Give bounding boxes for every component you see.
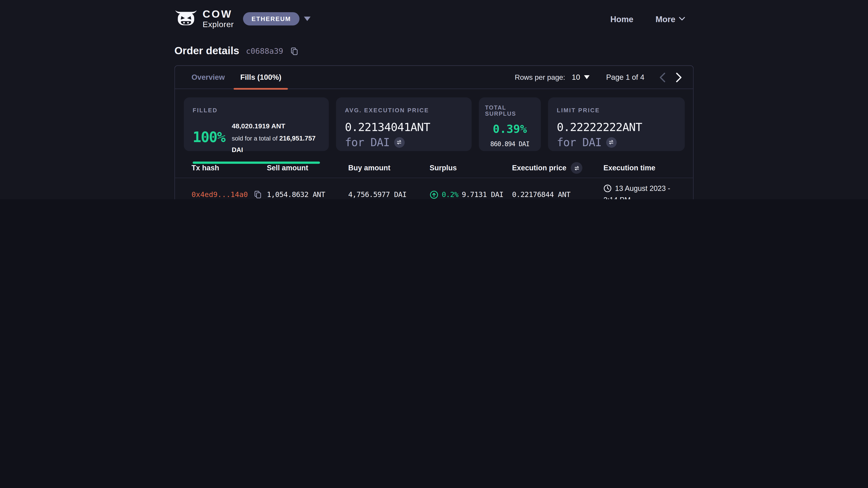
nav-item-more[interactable]: More: [655, 14, 685, 24]
surplus-amount: 9.7131 DAI: [462, 191, 503, 199]
summary-cards: FILLED 100% 48,020.1919 ANT sold for a t…: [184, 97, 685, 151]
execution-time-text: 13 August 2023 - 2:14 PM: [603, 184, 670, 199]
filled-info: 48,020.1919 ANT sold for a total of 216,…: [232, 120, 320, 156]
chevron-right-icon: [676, 72, 682, 82]
page-title-row: Order details c0688a39: [174, 45, 868, 57]
chevron-down-icon: [584, 75, 590, 79]
page-indicator: Page 1 of 4: [606, 73, 644, 81]
chevron-down-icon: [679, 17, 685, 21]
surplus-percent: 0.2%: [442, 191, 458, 199]
tab-fills[interactable]: Fills (100%): [232, 66, 289, 89]
tab-bar: Overview Fills (100%) Rows per page: 10 …: [175, 66, 693, 89]
logo-text: COW Explorer: [203, 9, 234, 29]
header-execution-price: Execution price: [512, 162, 603, 174]
table-controls: Rows per page: 10 Page 1 of 4: [515, 70, 685, 84]
clock-icon: [603, 184, 612, 193]
nav-more-label: More: [655, 14, 675, 24]
chevron-down-icon: [304, 17, 310, 21]
sell-amount-cell: 1,054.8632 ANT: [267, 191, 348, 199]
avg-price-label: AVG. EXECUTION PRICE: [345, 107, 429, 113]
swap-icon: [396, 139, 403, 145]
pagination-arrows: [655, 70, 685, 84]
copy-icon: [290, 47, 298, 55]
toggle-price-direction-button[interactable]: [571, 162, 582, 174]
filled-sold-line: sold for a total of 216,951.757 DAI: [232, 135, 315, 153]
filled-amount: 48,020.1919 ANT: [232, 122, 285, 130]
buy-amount-cell: 4,756.5977 DAI: [348, 191, 430, 199]
logo-line2: Explorer: [203, 21, 234, 29]
filled-sold-prefix: sold for a total of: [232, 135, 279, 141]
surplus-cell: 0.2% 9.7131 DAI: [430, 190, 512, 199]
total-surplus-amount: 860.894 DAI: [485, 140, 535, 148]
nav-item-home[interactable]: Home: [610, 14, 633, 24]
execution-price-cell: 0.22176844 ANT: [512, 191, 603, 199]
network-badge[interactable]: ETHEREUM: [243, 12, 299, 26]
fills-table-header: Tx hash Sell amount Buy amount Surplus E…: [175, 158, 693, 178]
surplus-up-icon: [430, 190, 438, 199]
header-buy-amount: Buy amount: [348, 164, 430, 172]
main-nav: Home More: [610, 14, 685, 24]
order-id: c0688a39: [246, 46, 283, 55]
copy-order-id-button[interactable]: [290, 47, 298, 55]
nav-home-label: Home: [610, 14, 633, 24]
chevron-left-icon: [659, 72, 665, 82]
tab-fills-label: Fills (100%): [240, 73, 281, 81]
cow-explorer-page: COW Explorer ETHEREUM Home More Order de…: [0, 0, 868, 199]
copy-icon: [253, 191, 262, 199]
avg-price-unit: for DAI: [345, 135, 390, 149]
total-surplus-card: TOTAL SURPLUS 0.39% 860.894 DAI: [479, 97, 541, 151]
rows-per-page-select[interactable]: 10: [572, 73, 590, 81]
logo-line1: COW: [203, 9, 234, 20]
tx-hash-cell: 0x4ed9...14a0: [191, 191, 267, 199]
avg-execution-price-card: AVG. EXECUTION PRICE 0.22134041ANT for D…: [336, 97, 472, 151]
rows-per-page-label: Rows per page:: [515, 73, 565, 81]
filled-label: FILLED: [193, 107, 218, 113]
top-bar: COW Explorer ETHEREUM Home More: [0, 0, 868, 38]
execution-time-cell: 13 August 2023 - 2:14 PM: [603, 183, 673, 199]
fills-table-body: 0x4ed9...14a0 1,054.8632 ANT 4,756.5977 …: [175, 178, 693, 199]
rows-per-page-value: 10: [572, 73, 580, 81]
cow-explorer-logo[interactable]: COW Explorer: [174, 9, 234, 29]
fills-table-row: 0x4ed9...14a0 1,054.8632 ANT 4,756.5977 …: [175, 178, 693, 199]
header-execution-time: Execution time: [603, 164, 673, 172]
tx-hash-link[interactable]: 0x4ed9...14a0: [191, 191, 248, 199]
header-execution-price-label: Execution price: [512, 164, 566, 172]
invert-price-button[interactable]: [394, 137, 405, 148]
tab-overview[interactable]: Overview: [184, 66, 232, 89]
swap-icon: [608, 139, 614, 145]
total-surplus-label: TOTAL SURPLUS: [485, 105, 535, 117]
filled-progress-bar: [193, 162, 320, 164]
limit-price-value: 0.22222222ANT: [557, 121, 676, 134]
cow-logo-icon: [174, 10, 197, 28]
limit-price-unit: for DAI: [557, 135, 601, 149]
network-selector[interactable]: ETHEREUM: [243, 12, 310, 26]
header-tx-hash: Tx hash: [191, 164, 267, 172]
previous-page-button[interactable]: [655, 70, 669, 84]
avg-price-value: 0.22134041ANT: [345, 121, 463, 134]
next-page-button[interactable]: [672, 70, 685, 84]
invert-price-button[interactable]: [606, 137, 617, 148]
order-content-panel: Overview Fills (100%) Rows per page: 10 …: [174, 65, 693, 199]
page-title: Order details: [174, 45, 239, 57]
limit-price-label: LIMIT PRICE: [557, 107, 600, 113]
limit-price-card: LIMIT PRICE 0.22222222ANT for DAI: [548, 97, 685, 151]
header-surplus: Surplus: [430, 164, 512, 172]
header-sell-amount: Sell amount: [267, 164, 348, 172]
copy-tx-hash-button[interactable]: [253, 191, 262, 199]
tab-overview-label: Overview: [191, 73, 225, 81]
swap-icon: [573, 165, 580, 171]
filled-card: FILLED 100% 48,020.1919 ANT sold for a t…: [184, 97, 329, 151]
filled-percent: 100%: [193, 129, 225, 146]
total-surplus-percent: 0.39%: [485, 122, 535, 135]
